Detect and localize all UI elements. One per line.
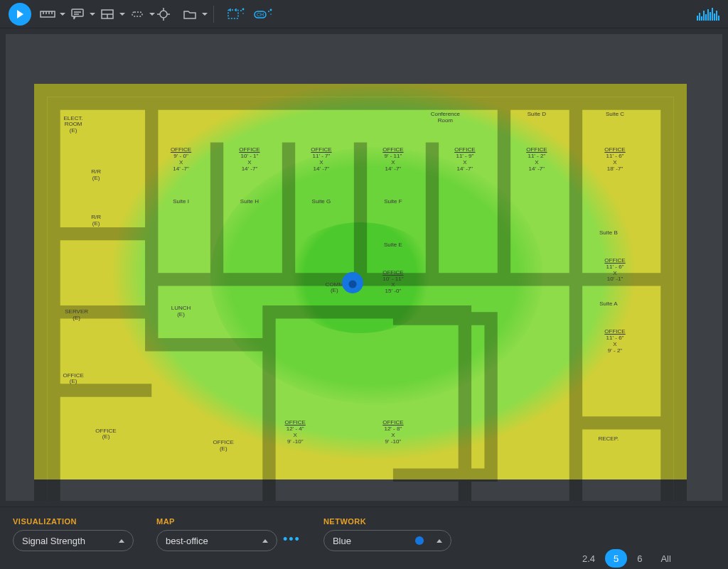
map-select[interactable]: best-office xyxy=(156,530,277,551)
room-label: SERVER(E) xyxy=(65,309,88,322)
room-label: COMM(E) xyxy=(326,282,343,295)
room-label: R/R(E) xyxy=(91,215,101,227)
floor-plan xyxy=(34,84,687,501)
room-label: Suite C xyxy=(606,112,624,118)
band-tab-24[interactable]: 2.4 xyxy=(574,549,604,568)
access-point-marker[interactable] xyxy=(342,272,363,293)
room-label: Suite G xyxy=(312,199,331,205)
room-label: ELECT.ROOM(E) xyxy=(64,116,83,134)
network-color-swatch xyxy=(415,536,424,545)
room-label: OFFICE11' - 6"X10' -1" xyxy=(604,258,625,283)
svg-rect-2 xyxy=(72,9,83,16)
map-value: best-office xyxy=(166,536,208,546)
chevron-up-icon xyxy=(262,539,268,543)
target-tool-button[interactable] xyxy=(154,4,173,24)
visualization-value: Signal Strength xyxy=(22,536,85,546)
network-value: Blue xyxy=(333,536,351,546)
folder-tool-button[interactable] xyxy=(176,4,203,24)
top-toolbar: CH xyxy=(0,0,728,28)
network-label: NETWORK xyxy=(323,517,451,526)
svg-rect-6 xyxy=(228,10,238,18)
room-label: OFFICE11' - 6"X18' -7" xyxy=(604,147,625,172)
bottom-panel: VISUALIZATION Signal Strength MAP best-o… xyxy=(0,506,728,569)
chevron-up-icon xyxy=(119,539,124,543)
map-label: MAP xyxy=(156,517,277,526)
room-label: LUNCH(E) xyxy=(171,305,191,318)
ruler-tool-button[interactable] xyxy=(34,4,61,24)
network-select[interactable]: Blue xyxy=(323,530,451,551)
room-label: OFFICE(E) xyxy=(95,428,116,441)
room-label: Suite E xyxy=(384,242,402,249)
room-label: OFFICE11' - 2"X14' -7" xyxy=(526,147,547,172)
channel-ai-button[interactable]: CH xyxy=(251,4,275,24)
svg-point-8 xyxy=(242,8,245,10)
svg-marker-0 xyxy=(17,10,23,18)
band-tab-5[interactable]: 5 xyxy=(605,549,627,568)
room-label: OFFICE(E) xyxy=(213,440,234,453)
toolbar-separator xyxy=(213,6,214,23)
room-label: OFFICE10' - 1"X14' -7" xyxy=(239,147,259,172)
comment-tool-button[interactable] xyxy=(64,4,91,24)
room-label: OFFICE11' - 9"X14' -7" xyxy=(454,147,475,172)
svg-point-13 xyxy=(270,9,272,11)
band-tab-6[interactable]: 6 xyxy=(628,549,651,568)
spectrum-icon[interactable] xyxy=(697,8,719,21)
room-label: Suite H xyxy=(240,199,259,205)
svg-rect-1 xyxy=(41,11,55,17)
map-more-button[interactable]: ••• xyxy=(283,532,301,547)
visualization-group: VISUALIZATION Signal Strength xyxy=(13,517,134,551)
layout-tool-button[interactable] xyxy=(94,4,121,24)
visualization-select[interactable]: Signal Strength xyxy=(13,530,134,551)
svg-point-9 xyxy=(242,13,244,14)
room-label: OFFICE10' - 11"X15' -0" xyxy=(382,270,403,295)
range-tool-button[interactable] xyxy=(124,4,151,24)
svg-point-14 xyxy=(270,13,272,15)
room-label: Suite D xyxy=(528,112,546,118)
room-label: RECEP. xyxy=(598,436,619,443)
room-label: OFFICE9' - 11"X14' -7" xyxy=(382,147,403,172)
room-label: Suite B xyxy=(599,230,618,237)
svg-rect-4 xyxy=(132,12,142,16)
room-label: OFFICE9' - 0"X14' -7" xyxy=(171,147,191,172)
room-label: Suite F xyxy=(384,199,402,205)
room-label: R/R(E) xyxy=(91,169,101,182)
heatmap-overlay: ELECT.ROOM(E)R/R(E)R/R(E)SERVER(E)OFFICE… xyxy=(34,84,687,479)
map-group: MAP best-office xyxy=(156,517,277,551)
network-group: NETWORK Blue xyxy=(323,517,451,551)
band-tab-All[interactable]: All xyxy=(652,549,679,568)
room-label: ConferenceRoom xyxy=(431,112,460,124)
svg-point-12 xyxy=(268,11,269,12)
calendar-ai-button[interactable] xyxy=(224,4,248,24)
svg-point-5 xyxy=(160,11,167,18)
room-label: OFFICE12' - 8"X9' -10" xyxy=(382,420,403,445)
room-label: Suite I xyxy=(173,199,189,205)
room-label: Suite A xyxy=(599,301,617,308)
chevron-up-icon xyxy=(437,539,442,543)
svg-point-7 xyxy=(240,10,242,11)
room-label: OFFICE12' - 4"X9' -10" xyxy=(285,420,306,445)
play-button[interactable] xyxy=(9,3,31,26)
room-label: OFFICE11' - 7"X14' -7" xyxy=(311,147,331,172)
room-label: OFFICE11' - 6"X9' - 2" xyxy=(604,329,625,354)
visualization-label: VISUALIZATION xyxy=(13,517,134,526)
main-canvas[interactable]: ELECT.ROOM(E)R/R(E)R/R(E)SERVER(E)OFFICE… xyxy=(0,28,728,506)
svg-text:CH: CH xyxy=(257,12,264,17)
room-label: OFFICE(E) xyxy=(63,373,83,386)
band-tabs: 2.456All xyxy=(574,549,680,568)
